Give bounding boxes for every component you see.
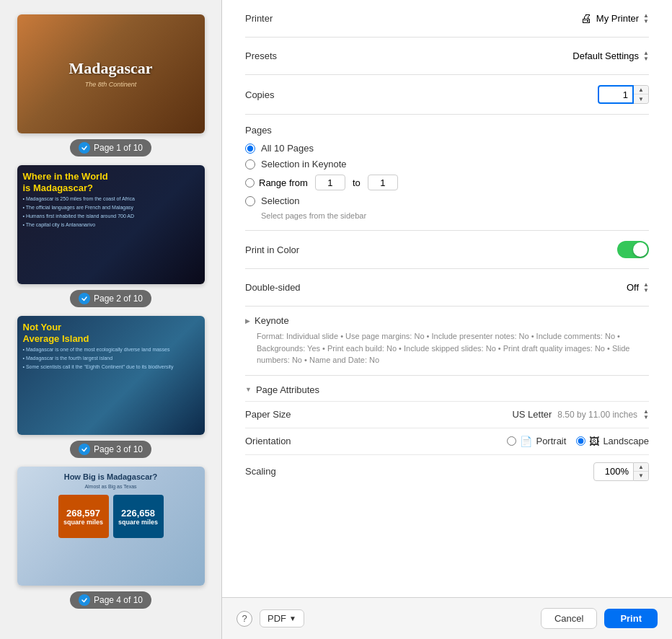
range-from-input[interactable]: [315, 175, 345, 190]
orientation-row: Orientation 📄 Portrait 🖼 Landscape: [245, 428, 649, 454]
orientation-landscape-label[interactable]: Landscape: [603, 436, 649, 446]
slide-item-1[interactable]: Madagascar The 8th Continent Page 1 of 1…: [14, 14, 207, 157]
copies-stepper-buttons: ▲ ▼: [634, 85, 649, 104]
slide-page-label-2: Page 2 of 10: [94, 294, 143, 304]
scaling-decrement-button[interactable]: ▼: [634, 472, 648, 480]
keynote-section: ▶ Keynote Format: Individual slide • Use…: [245, 307, 649, 376]
orientation-portrait-radio[interactable]: [507, 436, 516, 446]
pages-range-radio[interactable]: [245, 178, 255, 188]
slide-page-label-4: Page 4 of 10: [94, 595, 143, 605]
paper-size-value[interactable]: US Letter 8.50 by 11.00 inches ▲▼: [512, 409, 649, 420]
orientation-portrait-label[interactable]: Portrait: [536, 436, 566, 446]
scaling-input[interactable]: [593, 462, 634, 481]
slide-thumb-1[interactable]: Madagascar The 8th Continent: [17, 14, 205, 133]
stat-box-2: 226,658 square miles: [113, 495, 164, 538]
print-color-label: Print in Color: [245, 244, 303, 255]
orientation-landscape-radio[interactable]: [576, 436, 585, 446]
pages-section: Pages All 10 Pages Selection in Keynote …: [245, 115, 649, 231]
page-attributes-section: ▼ Page Attributes Paper Size US Letter 8…: [245, 376, 649, 497]
pages-all-row[interactable]: All 10 Pages: [245, 143, 649, 154]
print-panel: Printer 🖨 My Printer ▲▼ Presets Default …: [222, 0, 672, 639]
slide-thumb-2[interactable]: Where in the Worldis Madagascar? • Madag…: [17, 165, 205, 284]
pages-selection-radio[interactable]: [245, 196, 255, 206]
pages-selection-row[interactable]: Selection: [245, 195, 649, 206]
copies-increment-button[interactable]: ▲: [634, 86, 648, 94]
scaling-stepper[interactable]: ▲ ▼: [593, 462, 649, 481]
range-to-label: to: [353, 177, 361, 188]
selection-hint: Select pages from the sidebar: [261, 211, 649, 220]
check-icon-4: [79, 594, 90, 606]
presets-text: Default Settings: [572, 50, 639, 61]
range-to-input[interactable]: [368, 175, 398, 190]
portrait-page-icon: 📄: [520, 436, 532, 447]
print-color-toggle[interactable]: [617, 241, 649, 258]
pdf-label: PDF: [268, 613, 286, 624]
check-icon-2: [79, 293, 90, 304]
scaling-row: Scaling ▲ ▼: [245, 454, 649, 488]
pages-selection-keynote-label[interactable]: Selection in Keynote: [261, 159, 347, 169]
page-attributes-label: Page Attributes: [256, 384, 319, 395]
scaling-increment-button[interactable]: ▲: [634, 463, 648, 472]
slide-sidebar: Madagascar The 8th Continent Page 1 of 1…: [0, 0, 222, 639]
keynote-chevron-right-icon: ▶: [245, 317, 250, 325]
check-icon-1: [79, 142, 90, 154]
page-attributes-header[interactable]: ▼ Page Attributes: [245, 384, 649, 395]
pages-label: Pages: [245, 125, 649, 136]
presets-arrows: ▲▼: [643, 50, 649, 62]
slide-thumb-4[interactable]: How Big is Madagascar? Almost as Big as …: [17, 467, 205, 586]
toggle-knob: [633, 242, 647, 257]
scaling-stepper-buttons: ▲ ▼: [634, 462, 649, 481]
slide-page-label-3: Page 3 of 10: [94, 444, 143, 454]
pages-all-radio[interactable]: [245, 144, 255, 154]
slide-item-4[interactable]: How Big is Madagascar? Almost as Big as …: [14, 467, 207, 609]
slide-thumb-3[interactable]: Not YourAverage Island • Madagascar is o…: [17, 316, 205, 435]
orientation-portrait-option[interactable]: 📄 Portrait: [507, 436, 566, 447]
pages-selection-keynote-radio[interactable]: [245, 159, 255, 169]
pdf-chevron-down-icon: ▼: [289, 614, 296, 622]
copies-stepper[interactable]: ▲ ▼: [598, 85, 649, 104]
slide-label-3: Page 3 of 10: [70, 441, 151, 458]
orientation-landscape-option[interactable]: 🖼 Landscape: [576, 436, 649, 447]
check-icon-3: [79, 444, 90, 455]
print-options-area: Printer 🖨 My Printer ▲▼ Presets Default …: [222, 0, 672, 597]
printer-value[interactable]: 🖨 My Printer ▲▼: [580, 12, 649, 25]
print-button[interactable]: Print: [604, 609, 658, 628]
slide-label-1: Page 1 of 10: [70, 139, 151, 157]
slide-label-2: Page 2 of 10: [70, 290, 151, 307]
copies-input[interactable]: [598, 85, 634, 104]
keynote-label: Keynote: [255, 315, 289, 326]
pdf-button[interactable]: PDF ▼: [260, 609, 304, 627]
presets-row: Presets Default Settings ▲▼: [245, 38, 649, 75]
pages-range-row: Range from to: [245, 175, 649, 190]
printer-label: Printer: [245, 13, 303, 24]
page-attributes-chevron-down-icon: ▼: [245, 386, 252, 393]
orientation-group: 📄 Portrait 🖼 Landscape: [507, 436, 649, 447]
printer-icon: 🖨: [580, 12, 592, 25]
help-button[interactable]: ?: [236, 611, 252, 627]
landscape-page-icon: 🖼: [589, 436, 599, 447]
pages-range-label[interactable]: Range from: [259, 177, 308, 188]
paper-size-arrows: ▲▼: [643, 409, 649, 420]
printer-name: My Printer: [596, 13, 639, 24]
presets-label: Presets: [245, 50, 303, 61]
paper-size-dims: 8.50 by 11.00 inches: [557, 410, 637, 420]
copies-label: Copies: [245, 89, 303, 100]
paper-size-label: Paper Size: [245, 409, 291, 420]
scaling-label: Scaling: [245, 466, 276, 477]
presets-value[interactable]: Default Settings ▲▼: [572, 50, 649, 62]
slide-label-4: Page 4 of 10: [70, 591, 151, 609]
pages-selection-label[interactable]: Selection: [261, 195, 299, 206]
print-color-row: Print in Color: [245, 231, 649, 269]
double-sided-arrows: ▲▼: [643, 282, 649, 294]
pages-selection-keynote-row[interactable]: Selection in Keynote: [245, 159, 649, 169]
paper-size-row: Paper Size US Letter 8.50 by 11.00 inche…: [245, 401, 649, 428]
slide-item-2[interactable]: Where in the Worldis Madagascar? • Madag…: [14, 165, 207, 307]
copies-decrement-button[interactable]: ▼: [634, 94, 648, 103]
double-sided-row: Double-sided Off ▲▼: [245, 269, 649, 307]
double-sided-value[interactable]: Off ▲▼: [627, 282, 649, 294]
printer-row: Printer 🖨 My Printer ▲▼: [245, 0, 649, 38]
cancel-button[interactable]: Cancel: [541, 608, 597, 629]
pages-all-label[interactable]: All 10 Pages: [261, 143, 314, 154]
slide-item-3[interactable]: Not YourAverage Island • Madagascar is o…: [14, 316, 207, 458]
keynote-disclosure-header[interactable]: ▶ Keynote: [245, 315, 649, 326]
